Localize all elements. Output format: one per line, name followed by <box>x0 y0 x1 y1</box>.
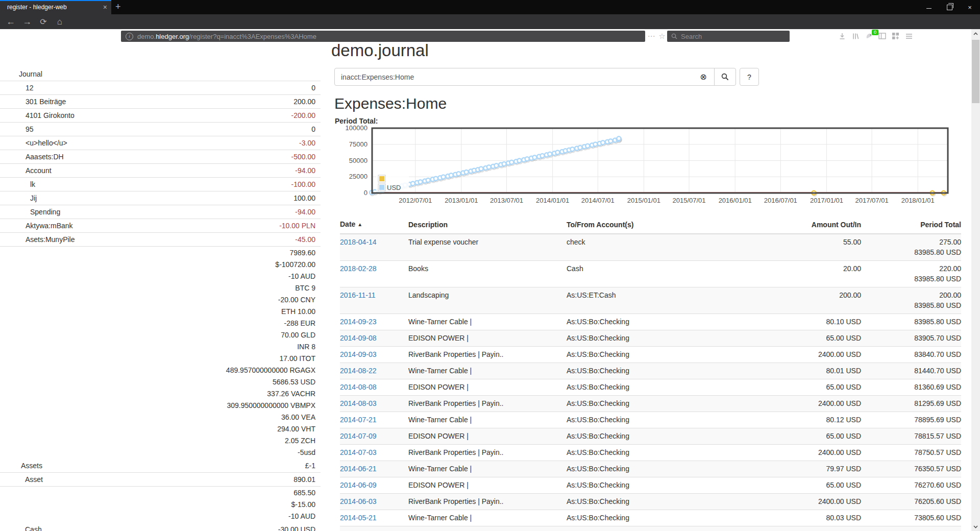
register-table: Date▲DescriptionTo/From Account(s)Amount… <box>340 216 961 531</box>
column-header-period-total[interactable]: Period Total <box>861 216 961 234</box>
new-tab-button[interactable]: + <box>115 0 121 13</box>
search-query-button[interactable] <box>714 68 736 86</box>
transaction-amount: 20.00 <box>713 261 861 287</box>
clear-query-button[interactable]: ⊗ <box>693 68 715 86</box>
page-actions-icon[interactable]: ⋯ <box>646 29 656 43</box>
column-header-date[interactable]: Date▲ <box>340 216 408 234</box>
account-link[interactable]: 4101 Girokonto <box>0 109 75 122</box>
svg-text:2013/07/01: 2013/07/01 <box>490 197 523 204</box>
transaction-date-link[interactable]: 2014-09-03 <box>340 350 377 358</box>
tab-close-icon[interactable]: × <box>103 0 107 14</box>
sidebar-account-row: Aktywa:mBank-10.00 PLN <box>0 219 321 233</box>
reload-button[interactable]: ⟳ <box>37 14 50 29</box>
account-link[interactable]: <u>hello</u> <box>0 136 67 150</box>
transaction-date-link[interactable]: 2018-04-14 <box>340 238 377 246</box>
account-link[interactable]: 95 <box>0 123 34 136</box>
transaction-date-link[interactable]: 2014-05-21 <box>340 514 377 522</box>
minimize-button[interactable] <box>919 0 939 14</box>
svg-text:2014/07/01: 2014/07/01 <box>581 197 615 204</box>
period-total: 83985.80 USD <box>861 314 961 330</box>
svg-text:0: 0 <box>364 189 368 197</box>
scroll-down-arrow[interactable] <box>971 522 980 531</box>
account-link[interactable]: Asets:MunyPile <box>0 233 75 246</box>
account-link[interactable]: Account <box>0 164 52 177</box>
balance-amount: -200.00 <box>75 109 315 122</box>
transaction-date-link[interactable]: 2014-07-03 <box>340 448 377 456</box>
period-total: 73725.57 USD <box>861 526 961 531</box>
account-link[interactable]: Aaasets:DH <box>0 150 64 163</box>
transaction-date-link[interactable]: 2016-11-11 <box>340 291 376 299</box>
page-scrollbar[interactable] <box>971 29 980 531</box>
search-bar[interactable]: Search <box>667 31 790 42</box>
transaction-amount: 80.10 USD <box>713 314 861 330</box>
sidebar-toggle-icon[interactable] <box>875 29 889 43</box>
svg-text:2016/01/01: 2016/01/01 <box>719 197 752 204</box>
transaction-description: RiverBank Properties | Payin.. <box>408 347 567 363</box>
scroll-up-arrow[interactable] <box>971 29 980 38</box>
table-row: 2014-09-08EDISON POWER |As:US:Bo:Checkin… <box>340 330 961 347</box>
tab-bar: register - hledger-web × + × <box>0 0 980 14</box>
transaction-date-link[interactable]: 2014-08-22 <box>340 367 377 375</box>
table-row: 2014-06-03RiverBank Properties | Payin..… <box>340 494 961 510</box>
account-balance: -100.00 <box>35 178 321 191</box>
url-domain: hledger.org <box>156 33 189 40</box>
svg-text:2013/01/01: 2013/01/01 <box>445 197 478 204</box>
help-button[interactable]: ? <box>740 68 759 86</box>
menu-hamburger-icon[interactable] <box>902 29 916 43</box>
window-controls: × <box>919 0 980 14</box>
transaction-date-link[interactable]: 2014-06-03 <box>340 497 377 505</box>
transaction-account: As:US:Bo:Checking <box>567 461 713 477</box>
column-header-to-from-account-s-[interactable]: To/From Account(s) <box>567 216 713 234</box>
svg-text:2015/07/01: 2015/07/01 <box>673 197 706 204</box>
library-icon[interactable] <box>848 29 863 43</box>
account-link[interactable]: Journal <box>0 67 42 81</box>
transaction-description: RiverBank Properties | Payin.. <box>408 494 567 510</box>
scrollbar-thumb[interactable] <box>972 40 979 103</box>
transaction-amount: 65.00 USD <box>713 379 861 396</box>
period-total: 220.0083985.80 USD <box>861 261 961 287</box>
transaction-date-link[interactable]: 2014-07-09 <box>340 432 377 440</box>
query-input[interactable] <box>334 68 693 86</box>
transaction-date-link[interactable]: 2014-08-08 <box>340 383 377 391</box>
account-link[interactable]: Aktywa:mBank <box>0 219 73 232</box>
table-row: 2018-02-28BooksCash20.00220.0083985.80 U… <box>340 261 961 287</box>
account-link[interactable]: 301 Beiträge <box>0 95 66 108</box>
close-button[interactable]: × <box>960 0 980 14</box>
column-header-amount-out-in[interactable]: Amount Out/In <box>713 216 861 234</box>
balance-amount: ETH 10.00 <box>26 306 315 318</box>
balance-amount: 200.00 <box>66 95 315 108</box>
url-bar[interactable]: i demo.hledger.org/register?q=inacct%3AE… <box>121 31 645 42</box>
account-link[interactable]: Jij <box>0 191 37 205</box>
transaction-date-link[interactable]: 2014-09-23 <box>340 318 377 326</box>
restore-icon <box>947 5 952 10</box>
sort-ascending-icon: ▲ <box>357 222 362 227</box>
account-link[interactable]: Assets <box>0 459 42 472</box>
transaction-date-link[interactable]: 2014-07-21 <box>340 416 377 424</box>
browser-tab[interactable]: register - hledger-web × <box>0 0 111 14</box>
home-button[interactable]: ⌂ <box>53 14 66 29</box>
transaction-date-link[interactable]: 2014-09-08 <box>340 334 377 342</box>
balance-amount: -5usd <box>26 447 315 458</box>
account-link[interactable]: Asset <box>0 473 43 486</box>
bookmark-star-icon[interactable]: ☆ <box>657 29 667 43</box>
account-link[interactable]: lk <box>0 178 35 191</box>
account-link <box>0 487 25 523</box>
forward-button[interactable]: → <box>20 14 34 29</box>
back-button[interactable]: ← <box>4 14 17 29</box>
transaction-date-link[interactable]: 2018-02-28 <box>340 264 377 273</box>
account-link[interactable]: 12 <box>0 81 34 94</box>
account-heading: Expenses:Home <box>334 95 447 112</box>
screenshot-grid-icon[interactable] <box>888 29 902 43</box>
download-icon[interactable] <box>835 29 849 43</box>
extension-icon[interactable]: 0 <box>862 29 876 43</box>
transaction-date-link[interactable]: 2014-06-21 <box>340 465 377 473</box>
account-link[interactable]: Cash <box>0 523 42 531</box>
account-link[interactable]: Spending <box>0 205 60 219</box>
restore-button[interactable] <box>939 0 960 14</box>
account-balance: -45.00 <box>75 233 321 246</box>
column-header-description[interactable]: Description <box>408 216 567 234</box>
transaction-description: Wine-Tarner Cable | <box>408 461 567 477</box>
transaction-date-link[interactable]: 2014-06-09 <box>340 481 377 489</box>
transaction-date-link[interactable]: 2014-08-03 <box>340 399 377 407</box>
site-info-icon[interactable]: i <box>126 33 133 40</box>
